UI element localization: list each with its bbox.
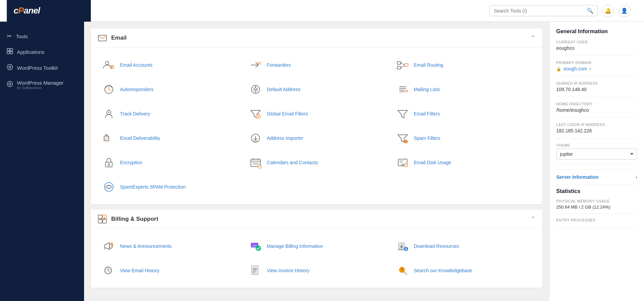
tool-download-resources[interactable]: Download Resources xyxy=(391,236,536,257)
tool-view-invoice-history[interactable]: View Invoice History xyxy=(244,260,388,281)
svg-point-60 xyxy=(401,164,404,165)
sidebar-item-label-wptoolkit: WordPress Toolkit xyxy=(17,65,58,71)
forwarders-label: Forwarders xyxy=(267,62,291,68)
email-disk-usage-label: Email Disk Usage xyxy=(414,159,451,166)
user-icon: 👤 xyxy=(621,7,628,14)
email-section-toggle[interactable]: ⌃ xyxy=(530,34,536,42)
header-right: 🔍 🔔 👤 xyxy=(91,5,637,17)
billing-support-section-icon xyxy=(98,214,107,224)
calendars-contacts-label: Calendars and Contacts xyxy=(267,159,318,166)
email-section-body: Email Accounts Forwarders xyxy=(91,48,542,204)
svg-rect-14 xyxy=(397,66,401,69)
tool-mailing-lists[interactable]: Mailing Lists xyxy=(391,79,536,100)
sidebar-item-wpmanager-text: WordPress Manager by Softaculous xyxy=(17,80,63,90)
tool-email-deliverability[interactable]: Email Deliverability xyxy=(98,128,242,149)
tool-spamexperts[interactable]: SpamExperts SPAM Protection xyxy=(98,176,242,197)
current-user-value: eoughco xyxy=(556,45,637,51)
tool-forwarders[interactable]: Forwarders xyxy=(244,55,388,76)
encryption-label: Encryption xyxy=(120,159,142,166)
email-section-card: Email ⌃ Email Accounts xyxy=(91,28,542,204)
global-email-filters-label: Global Email Filters xyxy=(267,111,308,117)
svg-point-6 xyxy=(7,81,13,87)
svg-rect-3 xyxy=(10,51,13,54)
notifications-button[interactable]: 🔔 xyxy=(602,5,614,17)
search-knowledgebase-label: Search our Knowledgebase xyxy=(414,267,472,274)
svg-point-4 xyxy=(7,64,13,70)
tool-email-filters[interactable]: Email Filters xyxy=(391,103,536,124)
tool-manage-billing[interactable]: Manage Billing Information xyxy=(244,236,388,257)
tool-default-address[interactable]: Default Address xyxy=(244,79,388,100)
manage-billing-icon xyxy=(248,239,263,253)
mailing-lists-icon xyxy=(396,82,410,96)
theme-row: Theme jupiter paper_lantern xyxy=(556,143,637,165)
tool-autoresponders[interactable]: Autoresponders xyxy=(98,79,242,100)
svg-rect-2 xyxy=(7,51,9,54)
theme-select[interactable]: jupiter paper_lantern xyxy=(556,149,637,159)
svg-point-21 xyxy=(255,89,256,90)
billing-support-section-toggle[interactable]: ⌃ xyxy=(530,215,536,223)
search-input[interactable] xyxy=(494,8,587,14)
billing-support-section-title: Billing & Support xyxy=(111,216,158,222)
tool-view-email-history[interactable]: View Email History xyxy=(98,260,242,281)
header: cPanel 🔍 🔔 👤 xyxy=(0,0,644,22)
sidebar-item-wordpress-manager[interactable]: WordPress Manager by Softaculous xyxy=(0,76,84,94)
sidebar-item-applications[interactable]: Applications xyxy=(0,44,84,60)
tool-address-importer[interactable]: Address Importer xyxy=(244,128,388,149)
tool-global-email-filters[interactable]: Global Email Filters xyxy=(244,103,388,124)
email-section-header[interactable]: Email ⌃ xyxy=(91,28,542,48)
chevron-right-icon: › xyxy=(636,174,637,180)
autoresponders-icon xyxy=(102,82,116,96)
download-resources-label: Download Resources xyxy=(414,243,459,249)
tool-news-announcements[interactable]: News & Announcements xyxy=(98,236,242,257)
search-knowledgebase-icon xyxy=(396,263,410,278)
sidebar: ✂ Tools Applications WordPress T xyxy=(0,22,84,301)
tool-email-routing[interactable]: Email Routing xyxy=(391,55,536,76)
spam-filters-label: Spam Filters xyxy=(414,135,441,141)
svg-point-67 xyxy=(107,186,110,188)
manage-billing-label: Manage Billing Information xyxy=(267,243,323,249)
home-dir-label: Home Directory xyxy=(556,102,637,106)
sidebar-item-wordpress-toolkit[interactable]: WordPress Toolkit xyxy=(0,60,84,76)
email-filters-icon xyxy=(396,107,410,121)
email-routing-label: Email Routing xyxy=(414,62,443,68)
email-deliverability-icon xyxy=(102,131,116,145)
primary-domain-value: 🔒 eough.com ↗ xyxy=(556,66,637,71)
tool-email-accounts[interactable]: Email Accounts xyxy=(98,55,242,76)
email-accounts-icon xyxy=(102,58,116,72)
svg-line-17 xyxy=(401,66,405,68)
svg-rect-68 xyxy=(98,215,102,219)
tool-track-delivery[interactable]: Track Delivery xyxy=(98,103,242,124)
header-logo-area: cPanel xyxy=(7,0,91,22)
home-dir-value: /home/eoughco xyxy=(556,107,637,113)
applications-icon xyxy=(7,48,13,56)
spam-filters-icon xyxy=(396,131,410,145)
cpanel-logo: cPanel xyxy=(14,5,40,16)
tool-encryption[interactable]: Encryption xyxy=(98,152,242,173)
server-info-link[interactable]: Server Information › xyxy=(556,169,637,185)
physical-memory-row: Physical Memory Usage 250.64 MB / 2 GB (… xyxy=(556,199,637,214)
tool-search-knowledgebase[interactable]: Search our Knowledgebase xyxy=(391,260,536,281)
search-button[interactable]: 🔍 xyxy=(587,7,593,14)
email-deliverability-label: Email Deliverability xyxy=(120,135,160,141)
user-menu-button[interactable]: 👤 xyxy=(618,5,630,17)
autoresponders-label: Autoresponders xyxy=(120,86,154,92)
primary-domain-link[interactable]: eough.com xyxy=(564,66,587,71)
tool-spam-filters[interactable]: Spam Filters xyxy=(391,128,536,149)
billing-support-section-header-left: Billing & Support xyxy=(98,214,158,224)
billing-support-section-body: News & Announcements Manage Billing Info… xyxy=(91,229,542,288)
sidebar-item-tools[interactable]: ✂ Tools xyxy=(0,28,84,44)
tool-calendars-contacts[interactable]: Calendars and Contacts xyxy=(244,152,388,173)
lock-icon: 🔒 xyxy=(556,67,561,71)
news-announcements-icon xyxy=(102,239,116,253)
svg-point-48 xyxy=(108,164,110,166)
sidebar-item-sub-wpmanager: by Softaculous xyxy=(17,86,63,90)
search-box[interactable]: 🔍 xyxy=(489,5,598,16)
email-accounts-label: Email Accounts xyxy=(120,62,153,68)
billing-support-section-header[interactable]: Billing & Support ⌃ xyxy=(91,210,542,229)
svg-point-5 xyxy=(9,66,11,68)
tool-email-disk-usage[interactable]: Email Disk Usage xyxy=(391,152,536,173)
tools-icon: ✂ xyxy=(7,33,12,40)
email-routing-icon xyxy=(396,58,410,72)
entry-processes-label: Entry Processes xyxy=(556,218,637,222)
mailing-lists-label: Mailing Lists xyxy=(414,86,440,92)
